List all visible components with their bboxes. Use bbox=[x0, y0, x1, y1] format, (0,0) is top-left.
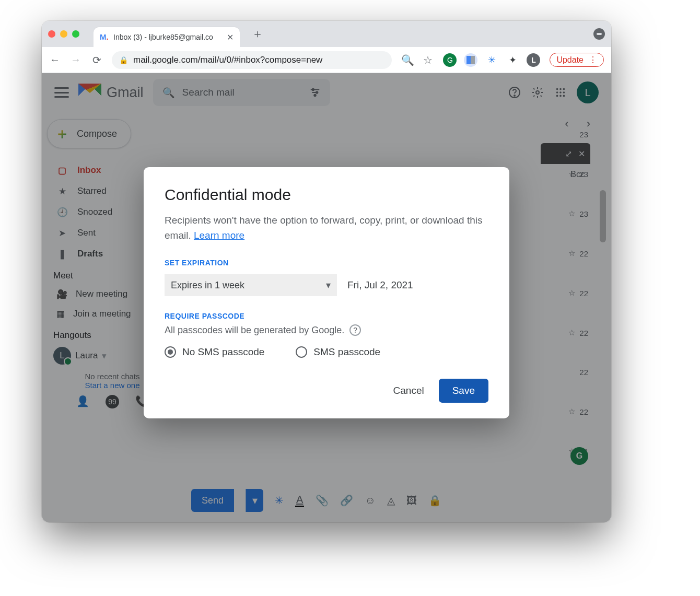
extensions-row: G ✳ ✦ L bbox=[443, 53, 540, 67]
more-icon[interactable]: ⋮ bbox=[589, 55, 596, 65]
radio-sms[interactable]: SMS passcode bbox=[296, 346, 380, 358]
passcode-radio-group: No SMS passcode SMS passcode bbox=[165, 346, 488, 358]
grammarly-ext-icon[interactable]: G bbox=[443, 53, 457, 67]
cancel-button[interactable]: Cancel bbox=[393, 385, 424, 396]
url-bar: ← → ⟳ 🔒 mail.google.com/mail/u/0/#inbox?… bbox=[42, 47, 611, 73]
radio-label: No SMS passcode bbox=[182, 346, 264, 358]
url-text: mail.google.com/mail/u/0/#inbox?compose=… bbox=[133, 55, 322, 65]
svg-rect-1 bbox=[471, 56, 475, 64]
close-window-dot[interactable] bbox=[48, 30, 55, 38]
window-titlebar: M. Inbox (3) - ljburke85@gmail.co ✕ ＋ bbox=[42, 21, 611, 47]
zoom-icon[interactable]: 🔍 bbox=[401, 54, 413, 66]
radio-label: SMS passcode bbox=[313, 346, 380, 358]
expiration-option: Expires in 1 week bbox=[171, 279, 244, 290]
update-label: Update bbox=[556, 55, 584, 65]
passcode-info-text: All passcodes will be generated by Googl… bbox=[165, 324, 344, 335]
gmail-app: Gmail 🔍 Search mail L bbox=[42, 73, 611, 522]
close-tab-icon[interactable]: ✕ bbox=[227, 32, 234, 42]
radio-dot-icon bbox=[296, 346, 307, 358]
chrome-avatar[interactable]: L bbox=[527, 53, 540, 67]
confidential-mode-dialog: Confidential mode Recipients won't have … bbox=[144, 167, 509, 418]
gmail-favicon: M. bbox=[100, 32, 109, 42]
extension-icon[interactable]: ✳ bbox=[485, 53, 498, 67]
tab-title: Inbox (3) - ljburke85@gmail.co bbox=[113, 33, 213, 41]
dialog-description: Recipients won't have the option to forw… bbox=[165, 213, 488, 243]
radio-no-sms[interactable]: No SMS passcode bbox=[165, 346, 264, 358]
chevron-down-icon: ▾ bbox=[326, 279, 331, 291]
learn-more-link[interactable]: Learn more bbox=[194, 229, 244, 240]
forward-icon[interactable]: → bbox=[70, 54, 81, 66]
extensions-menu-icon[interactable]: ✦ bbox=[506, 53, 519, 67]
translate-ext-icon[interactable] bbox=[464, 53, 477, 67]
browser-window: M. Inbox (3) - ljburke85@gmail.co ✕ ＋ ← … bbox=[42, 21, 611, 522]
profile-menu-icon[interactable] bbox=[593, 28, 605, 40]
update-button[interactable]: Update ⋮ bbox=[550, 53, 604, 67]
save-button[interactable]: Save bbox=[439, 379, 488, 403]
expiration-select[interactable]: Expires in 1 week ▾ bbox=[165, 274, 337, 296]
expiration-section-label: SET EXPIRATION bbox=[165, 259, 488, 267]
passcode-section-label: REQUIRE PASSCODE bbox=[165, 312, 488, 320]
expiration-date: Fri, Jul 2, 2021 bbox=[347, 279, 413, 291]
lock-icon: 🔒 bbox=[119, 56, 128, 64]
dialog-title: Confidential mode bbox=[165, 186, 488, 204]
back-icon[interactable]: ← bbox=[49, 54, 61, 66]
help-icon[interactable]: ? bbox=[349, 324, 361, 336]
browser-tab[interactable]: M. Inbox (3) - ljburke85@gmail.co ✕ bbox=[94, 27, 240, 47]
star-icon[interactable]: ☆ bbox=[422, 54, 434, 66]
reload-icon[interactable]: ⟳ bbox=[91, 54, 102, 66]
address-input[interactable]: 🔒 mail.google.com/mail/u/0/#inbox?compos… bbox=[112, 51, 392, 69]
minimize-window-dot[interactable] bbox=[60, 30, 67, 38]
maximize-window-dot[interactable] bbox=[72, 30, 79, 38]
radio-dot-icon bbox=[165, 346, 176, 358]
new-tab-button[interactable]: ＋ bbox=[252, 26, 263, 42]
